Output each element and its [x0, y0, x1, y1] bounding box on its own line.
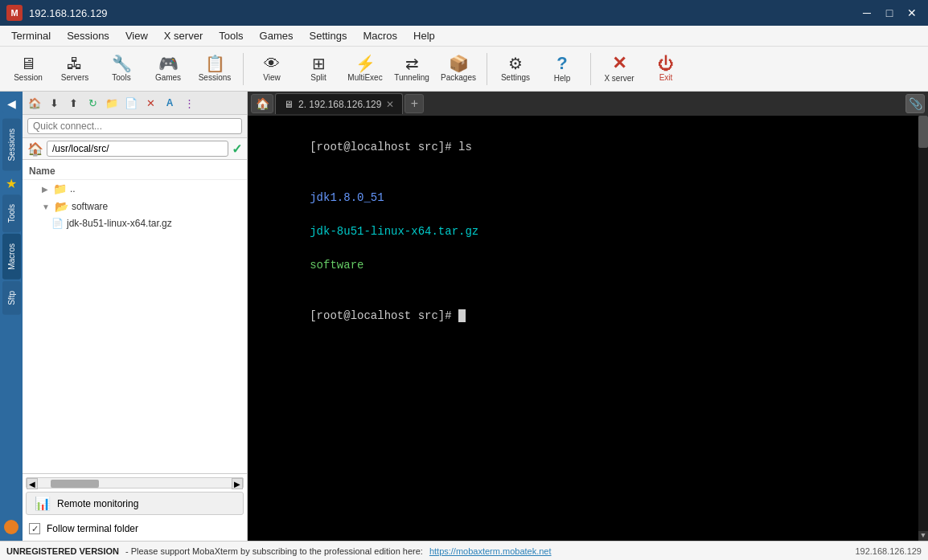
toolbar-view-label: View [263, 73, 281, 82]
new-tab-button[interactable]: + [404, 94, 424, 113]
menu-view[interactable]: View [117, 28, 156, 43]
file-upload-button[interactable]: ⬆ [64, 94, 82, 112]
status-ip: 192.168.126.129 [855, 546, 922, 556]
menu-macros[interactable]: Macros [355, 28, 405, 43]
tools-icon: 🔧 [112, 55, 132, 72]
menu-help[interactable]: Help [405, 28, 443, 43]
favorites-star-icon: ★ [6, 176, 17, 191]
sidebar-tab-tools[interactable]: Tools [2, 194, 21, 232]
toolbar-multiexec-button[interactable]: ⚡ MultiExec [343, 50, 387, 88]
file-home-button[interactable]: 🏠 [26, 94, 43, 112]
terminal-tab-title: 2. 192.168.126.129 [298, 99, 381, 110]
file-newfolder-button[interactable]: 📁 [103, 94, 121, 112]
scrollbar-thumb[interactable] [51, 480, 99, 488]
terminal-area: 🏠 🖥 2. 192.168.126.129 ✕ + 📎 [root@local… [248, 92, 928, 541]
file-text-button[interactable]: A [161, 94, 179, 112]
terminal-tab-close-icon[interactable]: ✕ [386, 99, 394, 110]
software-arrow-icon: ▼ [42, 202, 50, 211]
sidebar-tab-sftp[interactable]: Sftp [2, 281, 21, 315]
status-dot [4, 520, 18, 534]
toolbar-split-button[interactable]: ⊞ Split [297, 50, 340, 88]
menu-settings[interactable]: Settings [302, 28, 355, 43]
path-ok-icon: ✓ [232, 141, 242, 157]
sessions-icon: 📋 [205, 55, 225, 72]
tree-item-jdk-name: jdk-8u51-linux-x64.tar.gz [67, 218, 172, 229]
toolbar-exit-button[interactable]: ⏻ Exit [644, 50, 688, 88]
file-panel-bottom: ◀ ▶ 📊 Remote monitoring ✓ Follow termina… [23, 473, 247, 541]
quick-connect-input[interactable] [27, 118, 242, 134]
software-folder-icon: 📂 [55, 200, 68, 213]
file-download-button[interactable]: ⬇ [45, 94, 63, 112]
terminal-tab-1[interactable]: 🖥 2. 192.168.126.129 ✕ [275, 93, 403, 114]
servers-icon: 🖧 [67, 55, 83, 72]
tree-item-software[interactable]: ▼ 📂 software [23, 198, 247, 215]
toolbar-sep-1 [243, 53, 244, 85]
toolbar-tools-button[interactable]: 🔧 Tools [100, 50, 143, 88]
terminal-scrollbar[interactable]: ▲ ▼ [918, 116, 928, 541]
toolbar-packages-label: Packages [441, 73, 476, 82]
toolbar: 🖥 Session 🖧 Servers 🔧 Tools 🎮 Games 📋 Se… [0, 47, 928, 92]
toolbar-xserver-button[interactable]: ✕ X server [597, 50, 641, 88]
toolbar-session-button[interactable]: 🖥 Session [6, 50, 50, 88]
toolbar-view-button[interactable]: 👁 View [250, 50, 294, 88]
tree-item-parent[interactable]: ▶ 📁 .. [23, 180, 247, 198]
menu-sessions[interactable]: Sessions [59, 28, 117, 43]
terminal-line-3: [root@localhost src]# [256, 291, 920, 341]
sidebar-tab-sessions[interactable]: Sessions [2, 119, 21, 171]
sidebar-tabs: ◀ Sessions ★ Tools Macros Sftp [0, 92, 23, 541]
unregistered-label: UNREGISTERED VERSION [6, 546, 119, 556]
toolbar-tunneling-label: Tunneling [394, 73, 429, 82]
maximize-button[interactable]: □ [880, 5, 899, 21]
terminal-content[interactable]: [root@localhost src]# ls jdk1.8.0_51 jdk… [248, 116, 928, 541]
title-bar-title: 192.168.126.129 [29, 7, 108, 19]
horizontal-scrollbar[interactable]: ◀ ▶ [26, 477, 244, 488]
sidebar-tab-macros[interactable]: Macros [2, 234, 21, 280]
terminal-scrollbar-thumb[interactable] [918, 116, 928, 148]
follow-terminal-container: ✓ Follow terminal folder [26, 520, 244, 538]
cursor [458, 309, 466, 322]
toolbar-sessions-button[interactable]: 📋 Sessions [193, 50, 236, 88]
toolbar-help-button[interactable]: ? Help [540, 50, 584, 88]
menu-xserver[interactable]: X server [156, 28, 211, 43]
status-link[interactable]: https://mobaxterm.mobatek.net [429, 546, 552, 556]
file-refresh-button[interactable]: ↻ [84, 94, 101, 112]
close-button[interactable]: ✕ [902, 5, 922, 21]
file-newfile-button[interactable]: 📄 [122, 94, 140, 112]
attach-button[interactable]: 📎 [905, 94, 925, 113]
file-delete-button[interactable]: ✕ [142, 94, 159, 112]
tab-home-button[interactable]: 🏠 [251, 94, 273, 113]
jdk-file-icon: 📄 [51, 218, 64, 229]
tunneling-icon: ⇄ [405, 55, 419, 72]
terminal-line-2: jdk1.8.0_51 jdk-8u51-linux-x64.tar.gz so… [256, 173, 920, 291]
toolbar-sep-2 [487, 53, 487, 85]
remote-monitoring-label: Remote monitoring [57, 498, 138, 509]
remote-monitoring-button[interactable]: 📊 Remote monitoring [26, 492, 244, 515]
scroll-left-arrow[interactable]: ◀ [27, 478, 38, 489]
path-input[interactable] [47, 141, 228, 157]
session-icon: 🖥 [20, 55, 36, 72]
terminal-line-1: [root@localhost src]# ls [256, 122, 920, 173]
scrollbar-down-arrow[interactable]: ▼ [918, 531, 928, 541]
toolbar-games-button[interactable]: 🎮 Games [146, 50, 190, 88]
toolbar-settings-button[interactable]: ⚙ Settings [494, 50, 537, 88]
menu-tools[interactable]: Tools [211, 28, 251, 43]
status-message: - Please support MobaXterm by subscribin… [125, 546, 423, 556]
tab-bar: 🏠 🖥 2. 192.168.126.129 ✕ + 📎 [248, 92, 928, 116]
tree-item-parent-name: .. [70, 183, 76, 194]
main-area: ◀ Sessions ★ Tools Macros Sftp 🏠 ⬇ ⬆ ↻ 📁… [0, 92, 928, 541]
menu-games[interactable]: Games [252, 28, 302, 43]
toolbar-tunneling-button[interactable]: ⇄ Tunneling [390, 50, 433, 88]
exit-icon: ⏻ [658, 55, 674, 72]
minimize-button[interactable]: ─ [857, 5, 877, 21]
menu-terminal[interactable]: Terminal [3, 28, 59, 43]
file-panel: 🏠 ⬇ ⬆ ↻ 📁 📄 ✕ A ⋮ 🏠 ✓ Name ▶ [23, 92, 248, 541]
toolbar-packages-button[interactable]: 📦 Packages [437, 50, 480, 88]
tree-item-jdk[interactable]: 📄 jdk-8u51-linux-x64.tar.gz [23, 215, 247, 231]
toolbar-servers-button[interactable]: 🖧 Servers [53, 50, 96, 88]
scroll-right-arrow[interactable]: ▶ [232, 478, 243, 489]
collapse-sidebar-button[interactable]: ◀ [2, 95, 20, 112]
follow-terminal-checkbox[interactable]: ✓ [29, 523, 40, 534]
tree-item-software-name: software [72, 201, 108, 212]
title-bar-controls: ─ □ ✕ [857, 5, 922, 21]
file-more-button[interactable]: ⋮ [180, 94, 198, 112]
